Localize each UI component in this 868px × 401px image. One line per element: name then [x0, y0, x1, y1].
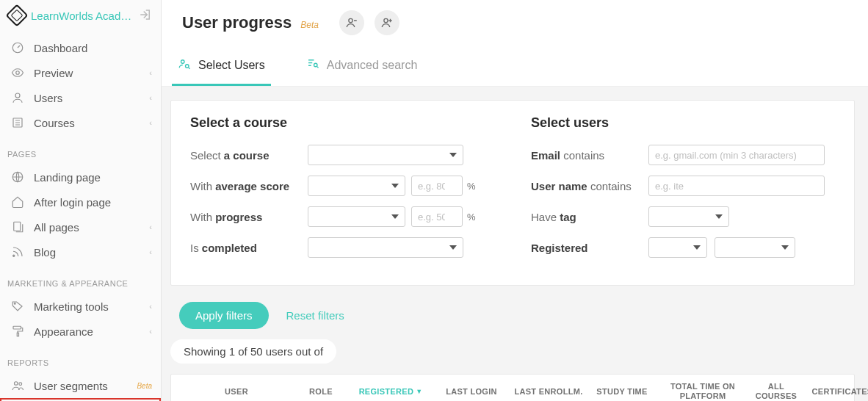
results-table: USER ROLE REGISTERED▼ LAST LOGIN LAST EN… [170, 374, 855, 401]
sidebar-item-marketing-tools[interactable]: Marketing tools ‹ [0, 294, 161, 319]
brand-logo-icon [5, 4, 28, 26]
svg-point-13 [384, 18, 388, 22]
page-title: User progress Beta [182, 13, 319, 32]
sidebar-item-label: Landing page [34, 171, 152, 184]
sidebar-item-label: All pages [34, 221, 149, 234]
th-role[interactable]: ROLE [292, 382, 350, 401]
filter-label-registered: Registered [531, 242, 648, 254]
sort-desc-icon: ▼ [416, 388, 422, 396]
results-summary: Showing 1 of 50 users out of [170, 339, 336, 364]
sidebar-item-label: Dashboard [34, 42, 152, 54]
sidebar-item-label: After login page [34, 196, 152, 209]
list-icon [10, 115, 25, 130]
filter-actions: Apply filters Reset filters [179, 302, 855, 329]
percent-label: % [467, 181, 476, 192]
sidebar-header: LearnWorlds Acade... [0, 0, 161, 34]
filter-label-email: Email contains [531, 149, 648, 162]
user-plus-button[interactable] [375, 10, 399, 35]
sidebar-item-preview[interactable]: Preview ‹ [0, 60, 161, 85]
sidebar-item-dashboard[interactable]: Dashboard [0, 35, 161, 60]
select-course-dropdown[interactable] [308, 145, 463, 165]
filter-label-completed: Is completed [190, 242, 308, 254]
globe-icon [10, 170, 25, 184]
avg-score-input[interactable] [411, 176, 463, 196]
sidebar-item-label: Preview [34, 67, 149, 79]
page-header: User progress Beta [162, 0, 868, 46]
reset-filters-link[interactable]: Reset filters [286, 309, 344, 322]
svg-point-11 [19, 383, 22, 386]
registered-from-dropdown[interactable] [648, 237, 707, 258]
rss-icon [10, 245, 25, 259]
th-user[interactable]: USER [181, 382, 292, 401]
svg-point-12 [349, 18, 352, 22]
sidebar-item-label: Blog [34, 246, 149, 259]
sidebar-item-user-segments[interactable]: User segments Beta [0, 373, 161, 398]
sidebar-item-courses[interactable]: Courses ‹ [0, 110, 161, 135]
filter-label-username: User name contains [531, 180, 648, 192]
chevron-left-icon: ‹ [149, 223, 152, 231]
avg-score-operator-dropdown[interactable] [308, 176, 405, 196]
registered-to-dropdown[interactable] [715, 237, 795, 258]
content-scroll[interactable]: Select a course Select a course With ave… [162, 87, 868, 401]
sidebar-item-label: Appearance [34, 325, 149, 338]
sidebar-item-after-login-page[interactable]: After login page [0, 189, 161, 214]
nav-group-marketing: Marketing tools ‹ Appearance ‹ [0, 292, 161, 351]
tag-dropdown[interactable] [648, 206, 729, 227]
filter-heading-users: Select users [531, 115, 835, 131]
filter-card: Select a course Select a course With ave… [170, 100, 855, 286]
nav-group-title-marketing: MARKETING & APPEARANCE [0, 272, 161, 292]
th-all-courses[interactable]: ALL COURSES [747, 382, 806, 401]
th-certificates[interactable]: CERTIFICATES [806, 382, 868, 401]
th-last-enrollm[interactable]: LAST ENROLLM. [512, 382, 585, 401]
sidebar: LearnWorlds Acade... Dashboard Preview ‹… [0, 0, 162, 401]
svg-rect-5 [14, 222, 21, 231]
svg-point-6 [13, 255, 15, 256]
filter-column-users: Select users Email contains User name co… [531, 115, 835, 267]
beta-badge: Beta [300, 20, 319, 30]
tab-label: Select Users [198, 59, 265, 72]
sidebar-item-label: Users [34, 92, 149, 104]
username-contains-input[interactable] [648, 176, 825, 196]
chevron-left-icon: ‹ [149, 68, 152, 77]
sidebar-item-appearance[interactable]: Appearance ‹ [0, 319, 161, 344]
nav-group-title-pages: PAGES [0, 142, 161, 163]
sidebar-item-label: User segments [34, 380, 134, 392]
filter-label-progress: With progress [190, 211, 308, 223]
chevron-left-icon: ‹ [149, 302, 152, 311]
sidebar-item-all-pages[interactable]: All pages ‹ [0, 214, 161, 239]
sidebar-item-blog[interactable]: Blog ‹ [0, 239, 161, 264]
completed-dropdown[interactable] [308, 237, 463, 258]
brand-title[interactable]: LearnWorlds Acade... [31, 10, 133, 22]
th-study-time[interactable]: STUDY TIME [585, 382, 659, 401]
svg-point-10 [15, 382, 18, 386]
user-minus-button[interactable] [339, 10, 364, 35]
email-contains-input[interactable] [648, 145, 825, 165]
th-last-login[interactable]: LAST LOGIN [431, 382, 512, 401]
exit-icon[interactable] [139, 8, 152, 24]
table-header-row: USER ROLE REGISTERED▼ LAST LOGIN LAST EN… [171, 375, 854, 401]
svg-point-7 [14, 303, 15, 304]
th-registered[interactable]: REGISTERED▼ [350, 382, 431, 401]
tab-advanced-search[interactable]: Advanced search [300, 46, 424, 86]
th-total-time[interactable]: TOTAL TIME ON PLATFORM [659, 382, 747, 401]
home-icon [10, 195, 25, 209]
progress-input[interactable] [411, 206, 463, 227]
svg-point-14 [181, 60, 185, 64]
chevron-left-icon: ‹ [149, 248, 152, 256]
svg-rect-8 [13, 326, 21, 329]
tab-select-users[interactable]: Select Users [172, 46, 271, 86]
chevron-left-icon: ‹ [149, 118, 152, 127]
sidebar-item-users[interactable]: Users ‹ [0, 85, 161, 110]
sidebar-item-landing-page[interactable]: Landing page [0, 165, 161, 189]
paint-roller-icon [10, 324, 25, 339]
sidebar-item-label: Courses [34, 117, 149, 129]
filter-column-course: Select a course Select a course With ave… [190, 115, 494, 267]
nav-group-pages: Landing page After login page All pages … [0, 163, 161, 272]
apply-filters-button[interactable]: Apply filters [179, 302, 269, 329]
filter-search-icon [306, 57, 319, 73]
beta-badge: Beta [137, 382, 152, 390]
sidebar-item-user-progress[interactable]: User progress Beta [0, 398, 161, 401]
progress-operator-dropdown[interactable] [308, 206, 405, 227]
percent-label: % [467, 212, 476, 223]
svg-point-1 [16, 71, 20, 75]
